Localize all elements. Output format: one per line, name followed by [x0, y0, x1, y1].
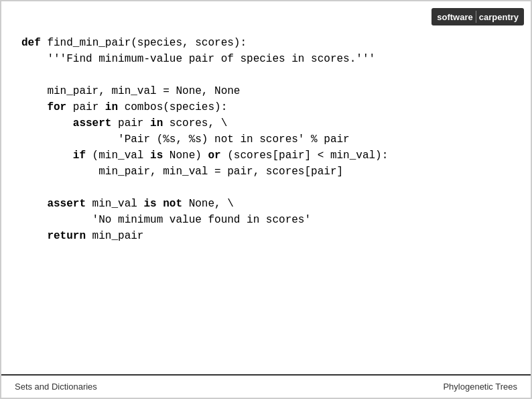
footer: Sets and Dictionaries Phylogenetic Trees [1, 374, 531, 398]
code-line-7: 'Pair (%s, %s) not in scores' % pair [21, 131, 511, 148]
code-line-6: assert pair in scores, \ [21, 115, 511, 131]
code-area: def find_min_pair(species, scores): '''F… [1, 1, 531, 374]
code-line-8: if (min_val is None) or (scores[pair] < … [21, 148, 511, 164]
code-line-10 [21, 180, 511, 196]
footer-left: Sets and Dictionaries [15, 382, 97, 392]
logo-divider [476, 11, 476, 23]
code-line-12: 'No minimum value found in scores' [21, 212, 511, 228]
code-line-5: for pair in combos(species): [21, 99, 511, 115]
code-line-3 [21, 67, 511, 83]
logo-carpentry: carpentry [479, 12, 519, 22]
code-line-11: assert min_val is not None, \ [21, 196, 511, 212]
code-line-13: return min_pair [21, 228, 511, 244]
logo-software: software [437, 12, 472, 22]
code-line-9: min_pair, min_val = pair, scores[pair] [21, 164, 511, 180]
code-line-4: min_pair, min_val = None, None [21, 83, 511, 99]
logo-area: software carpentry [431, 8, 524, 25]
code-line-1: def find_min_pair(species, scores): [21, 35, 511, 51]
slide-container: software carpentry def find_min_pair(spe… [0, 0, 532, 399]
code-line-2: '''Find minimum-value pair of species in… [21, 51, 511, 67]
footer-right: Phylogenetic Trees [443, 382, 517, 392]
